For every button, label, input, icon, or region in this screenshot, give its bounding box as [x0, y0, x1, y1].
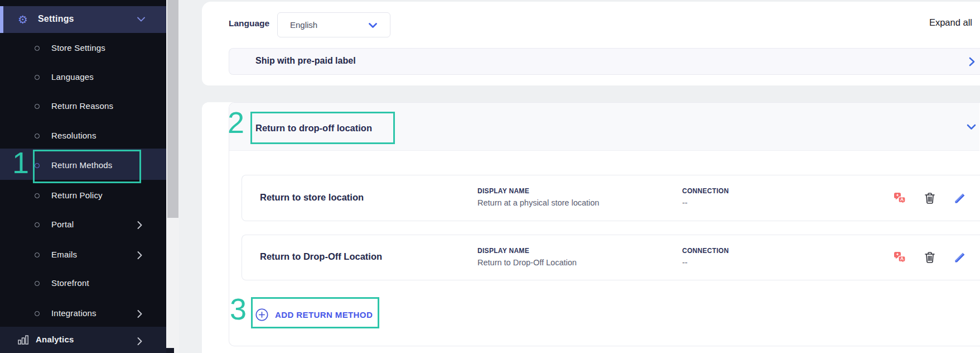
chevron-right-icon: [969, 57, 975, 66]
active-accent-bar: [0, 6, 3, 33]
delete-button[interactable]: [923, 192, 936, 205]
bullet-icon: [35, 46, 40, 51]
chevron-right-icon: [137, 221, 142, 229]
chevron-down-icon: [967, 124, 976, 130]
pencil-icon: [954, 252, 965, 263]
chevron-down-icon: [137, 17, 145, 22]
sidebar-item-label: Languages: [51, 72, 94, 82]
bullet-icon: [35, 222, 40, 227]
scrollbar[interactable]: [167, 0, 179, 353]
svg-text:A: A: [900, 256, 904, 261]
sidebar-item-label: Analytics: [36, 335, 74, 344]
sidebar-item-label: Return Methods: [51, 160, 113, 170]
collapsed-section-title: Ship with pre-paid label: [255, 56, 356, 66]
connection-label: CONNECTION: [682, 187, 729, 195]
chevron-right-icon: [137, 337, 142, 345]
sidebar-item-label: Portal: [51, 220, 74, 229]
sidebar-item-label: Return Reasons: [51, 101, 113, 111]
sidebar-item-settings[interactable]: ⚙ Settings: [0, 6, 166, 33]
sidebar-item-label: Integrations: [51, 308, 96, 318]
sidebar-item-resolutions[interactable]: Resolutions: [0, 122, 166, 151]
sidebar-item-analytics[interactable]: Analytics: [0, 327, 166, 353]
edit-button[interactable]: [953, 251, 967, 264]
sidebar-item-label: Resolutions: [51, 131, 96, 140]
connection-value: --: [682, 258, 729, 267]
bullet-icon: [35, 311, 40, 316]
bullet-icon: [35, 281, 40, 286]
translate-button[interactable]: A: [893, 251, 906, 264]
bullet-icon: [35, 133, 40, 139]
scrollbar-thumb[interactable]: [167, 0, 178, 218]
sidebar-item-store-settings[interactable]: Store Settings: [0, 34, 166, 63]
method-title: Return to Drop-Off Location: [260, 251, 382, 262]
method-row-dropoff-location: Return to Drop-Off Location DISPLAY NAME…: [242, 235, 980, 280]
bottom-left-fragment: [166, 348, 174, 353]
collapsed-section-ship-prepaid[interactable]: Ship with pre-paid label: [229, 48, 980, 75]
language-label: Language: [229, 18, 269, 28]
display-name-label: DISPLAY NAME: [477, 247, 577, 255]
display-name-label: DISPLAY NAME: [477, 187, 599, 195]
connection-value: --: [682, 198, 729, 207]
sidebar-item-languages[interactable]: Languages: [0, 63, 166, 92]
app-screen: ⚙ Settings Store Settings Languages Retu…: [0, 0, 980, 353]
section-header-return-dropoff[interactable]: Return to drop-off location: [229, 103, 979, 151]
connection-field: CONNECTION --: [682, 187, 729, 207]
sidebar-header-label: Settings: [38, 14, 74, 24]
row-actions: A: [893, 192, 967, 205]
add-return-method-label: ADD RETURN METHOD: [275, 310, 373, 319]
translate-button[interactable]: A: [893, 192, 906, 205]
sidebar-item-label: Emails: [51, 250, 77, 259]
svg-text:A: A: [900, 197, 904, 202]
connection-label: CONNECTION: [682, 247, 729, 255]
delete-button[interactable]: [923, 251, 936, 264]
translate-icon: A: [893, 251, 906, 264]
chevron-right-icon: [137, 310, 142, 318]
sidebar-item-portal[interactable]: Portal: [0, 211, 166, 240]
trash-icon: [924, 192, 935, 204]
language-selected-value: English: [290, 20, 317, 30]
sidebar-item-label: Storefront: [51, 278, 89, 288]
chevron-down-icon: [369, 23, 377, 28]
connection-field: CONNECTION --: [682, 247, 729, 267]
sidebar-item-label: Return Policy: [51, 190, 103, 200]
chevron-right-icon: [137, 251, 142, 259]
bullet-icon: [35, 75, 40, 80]
sidebar-item-return-reasons[interactable]: Return Reasons: [0, 92, 166, 121]
display-name-value: Return to Drop-Off Location: [477, 258, 577, 267]
row-actions: A: [893, 251, 967, 264]
trash-icon: [924, 251, 935, 264]
edit-button[interactable]: [953, 192, 967, 205]
language-select[interactable]: English: [277, 12, 390, 37]
sidebar-item-integrations[interactable]: Integrations: [0, 299, 166, 328]
add-return-method-button[interactable]: ADD RETURN METHOD: [251, 302, 385, 327]
display-name-field: DISPLAY NAME Return at a physical store …: [477, 187, 599, 207]
section-title: Return to drop-off location: [255, 123, 372, 133]
sidebar-item-label: Store Settings: [51, 43, 105, 53]
bullet-icon: [35, 104, 40, 109]
method-row-store-location: Return to store location DISPLAY NAME Re…: [242, 175, 980, 221]
display-name-field: DISPLAY NAME Return to Drop-Off Location: [477, 247, 577, 267]
pencil-icon: [954, 193, 965, 204]
sidebar-item-return-policy[interactable]: Return Policy: [0, 182, 166, 211]
sidebar-item-return-methods[interactable]: Return Methods: [0, 151, 166, 180]
circle-plus-icon: [255, 308, 268, 321]
bar-chart-icon: [18, 335, 29, 345]
expand-all-button[interactable]: Expand all: [911, 17, 972, 28]
translate-icon: A: [893, 192, 906, 205]
gear-icon: ⚙: [18, 13, 28, 26]
sidebar-item-emails[interactable]: Emails: [0, 241, 166, 270]
sidebar-item-storefront[interactable]: Storefront: [0, 269, 166, 298]
method-title: Return to store location: [260, 192, 364, 203]
bullet-icon: [35, 193, 40, 198]
sidebar: ⚙ Settings Store Settings Languages Retu…: [0, 0, 166, 353]
bullet-icon: [35, 163, 40, 168]
display-name-value: Return at a physical store location: [477, 198, 599, 207]
bullet-icon: [35, 252, 40, 257]
